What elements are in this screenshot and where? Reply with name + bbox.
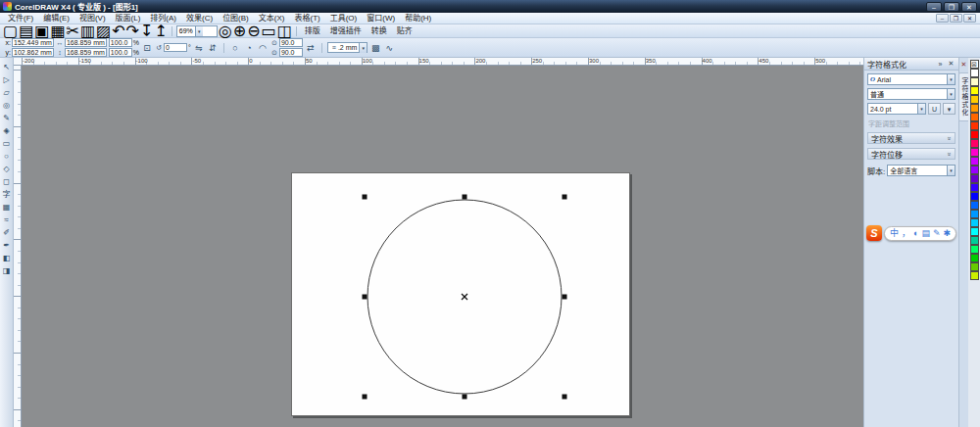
selection-handle[interactable] [363, 195, 368, 200]
wrench-icon[interactable]: ✱ [944, 226, 952, 241]
ellipse-tool[interactable]: ○ [1, 151, 13, 163]
color-well[interactable] [970, 236, 979, 245]
expand-chevron-icon[interactable]: » [947, 136, 954, 140]
arc-start-angle-field[interactable]: 90.0 [279, 38, 303, 47]
toolbar-text-button[interactable]: 排版 [301, 25, 324, 37]
color-well[interactable] [970, 271, 979, 280]
color-well[interactable] [970, 77, 979, 86]
menu-item[interactable]: 帮助(H) [400, 13, 436, 24]
character-effects-section[interactable]: 字符效果 » [867, 132, 956, 144]
docker-close-icon[interactable]: ✕ [947, 60, 956, 68]
color-well[interactable] [970, 139, 979, 148]
scale-h-field[interactable]: 100.0 [109, 38, 132, 47]
font-family-combo[interactable]: O Arial ▾ [867, 73, 956, 85]
toolbar-text-button[interactable]: 转换 [368, 25, 391, 37]
convert-to-curves-button[interactable]: ∿ [383, 42, 395, 54]
color-well[interactable] [970, 210, 979, 218]
docker-flyout-icon[interactable]: » [936, 61, 945, 68]
sogou-logo[interactable]: S [866, 225, 882, 241]
color-well[interactable] [970, 218, 979, 227]
color-well[interactable] [970, 130, 979, 139]
halfwidth-icon[interactable]: ◐ [913, 226, 918, 241]
font-size-combo[interactable]: 24.0 pt ▾ [867, 103, 926, 115]
toolbar-text-button[interactable]: 增强插件 [326, 25, 366, 37]
docker-tab-close-icon[interactable]: ✕ [961, 61, 967, 69]
character-shift-section[interactable]: 字符位移 » [867, 148, 956, 160]
mirror-horizontal-button[interactable]: ⇋ [193, 42, 205, 54]
color-well[interactable] [970, 157, 979, 166]
fill-tool[interactable]: ◧ [1, 253, 13, 264]
color-well[interactable] [970, 121, 979, 130]
color-well[interactable] [970, 166, 979, 174]
shape-tool[interactable]: ▷ [1, 74, 13, 86]
chevron-down-icon[interactable]: ▾ [359, 43, 367, 53]
table-tool[interactable]: ▦ [1, 202, 13, 214]
chevron-down-icon[interactable]: ▾ [947, 74, 955, 84]
selection-handle[interactable] [463, 195, 467, 200]
punctuation-icon[interactable]: ， [902, 226, 910, 241]
chevron-down-icon[interactable]: ▾ [917, 104, 925, 114]
wrap-text-button[interactable]: ▩ [369, 42, 381, 54]
interactive-fill-tool[interactable]: ◨ [1, 265, 13, 277]
lock-ratio-button[interactable]: ⊡ [141, 42, 153, 54]
arc-end-angle-field[interactable]: 90.0 [279, 48, 303, 57]
outline-width-combo[interactable]: ≡ .2 mm ▾ [327, 42, 368, 53]
polygon-tool[interactable]: ◇ [1, 164, 13, 175]
toolbar-text-button[interactable]: 贴齐 [393, 25, 416, 37]
ellipse-mode-button[interactable]: ○ [229, 42, 241, 54]
selection-handle[interactable] [563, 195, 567, 200]
rectangle-tool[interactable]: ▭ [1, 138, 13, 150]
smart-fill-tool[interactable]: ◈ [1, 125, 13, 137]
freehand-tool[interactable]: ✎ [1, 113, 13, 124]
pick-tool[interactable]: ↖ [1, 62, 13, 73]
swap-direction-button[interactable]: ⇄ [305, 42, 317, 54]
selection-handle[interactable] [563, 295, 567, 300]
color-well[interactable] [970, 104, 979, 113]
color-well[interactable] [970, 201, 979, 210]
chevron-down-icon[interactable]: ▾ [947, 166, 955, 175]
handwriting-icon[interactable]: ✎ [933, 226, 941, 241]
zoom-level-combo[interactable]: 69% ▾ [176, 25, 218, 37]
object-width-field[interactable]: 168.859 mm [65, 38, 107, 47]
color-well[interactable] [970, 227, 979, 236]
menu-item[interactable]: 工具(O) [325, 13, 363, 24]
scale-v-field[interactable]: 100.0 [109, 48, 132, 57]
arc-mode-button[interactable]: ◠ [257, 42, 269, 54]
doc-minimize-button[interactable]: – [936, 14, 949, 23]
horizontal-ruler[interactable]: -200-150-100-500501001502002503003504004… [14, 58, 863, 66]
chinese-mode-icon[interactable]: 中 [890, 226, 899, 241]
selection-handle[interactable] [563, 395, 567, 400]
color-well[interactable] [970, 95, 979, 104]
text-tool[interactable]: 字 [1, 189, 13, 201]
chevron-down-icon[interactable]: ▾ [947, 89, 955, 99]
color-well[interactable] [970, 183, 979, 192]
script-combo[interactable]: 全部语言 ▾ [887, 165, 956, 176]
eyedropper-tool[interactable]: ✐ [1, 227, 13, 239]
rotation-angle-field[interactable]: 0 [164, 43, 187, 52]
color-well[interactable] [970, 69, 979, 77]
color-well[interactable] [970, 148, 979, 157]
close-button[interactable]: ✕ [961, 2, 977, 12]
pie-mode-button[interactable]: ◔ [243, 42, 255, 54]
object-height-field[interactable]: 168.859 mm [65, 48, 107, 57]
selection-handle[interactable] [363, 295, 368, 300]
selection-handle[interactable] [463, 395, 467, 400]
underline-button[interactable]: U [928, 103, 941, 115]
doc-restore-button[interactable]: ❐ [950, 14, 962, 23]
menu-item[interactable]: 表格(T) [289, 13, 324, 24]
menu-item[interactable]: 效果(C) [181, 13, 218, 24]
chevron-down-icon[interactable]: ▾ [195, 26, 203, 36]
color-well[interactable] [970, 174, 979, 183]
mirror-vertical-button[interactable]: ⇵ [207, 42, 219, 54]
drawing-canvas[interactable] [22, 66, 863, 427]
color-well[interactable] [970, 245, 979, 254]
color-well[interactable] [970, 192, 979, 201]
color-well[interactable] [970, 86, 979, 95]
color-well[interactable] [970, 254, 979, 262]
minimize-button[interactable]: – [926, 2, 942, 12]
selection-handle[interactable] [363, 395, 368, 400]
x-position-field[interactable]: 152.449 mm [12, 38, 54, 47]
format-options-button[interactable]: ▾ [943, 103, 956, 115]
color-well[interactable] [970, 113, 979, 121]
color-well[interactable] [970, 262, 979, 271]
